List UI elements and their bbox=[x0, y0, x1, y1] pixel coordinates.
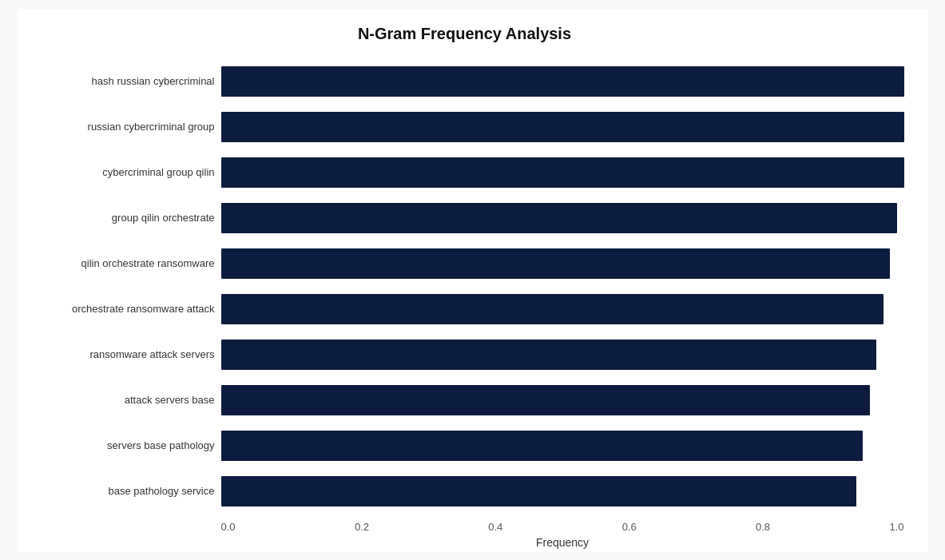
y-labels: hash russian cybercriminalrussian cyberc… bbox=[26, 59, 221, 514]
bar-row bbox=[221, 472, 904, 510]
y-label: servers base pathology bbox=[26, 439, 215, 452]
bar bbox=[221, 248, 891, 279]
bar bbox=[221, 157, 904, 188]
chart-container: N-Gram Frequency Analysis hash russian c… bbox=[18, 9, 928, 552]
bar-row bbox=[221, 290, 904, 328]
bar bbox=[221, 66, 904, 97]
bar-row bbox=[221, 244, 904, 283]
x-tick: 0.0 bbox=[221, 521, 236, 533]
bar bbox=[221, 476, 856, 506]
bars-section bbox=[221, 59, 904, 514]
x-tick: 0.4 bbox=[488, 521, 502, 533]
y-label: attack servers base bbox=[26, 394, 215, 407]
bar-row bbox=[221, 381, 904, 419]
y-label: base pathology service bbox=[26, 485, 215, 498]
x-tick: 0.8 bbox=[756, 521, 770, 533]
x-axis-label: Frequency bbox=[221, 536, 904, 549]
bar bbox=[221, 385, 870, 415]
bar-row bbox=[221, 199, 904, 237]
y-label: hash russian cybercriminal bbox=[26, 75, 215, 88]
y-label: qilin orchestrate ransomware bbox=[26, 257, 215, 270]
y-label: russian cybercriminal group bbox=[26, 121, 215, 133]
bar-row bbox=[221, 153, 904, 192]
bar bbox=[221, 431, 864, 461]
x-tick: 1.0 bbox=[889, 521, 903, 533]
bar bbox=[221, 340, 877, 370]
bar bbox=[221, 294, 883, 324]
bar-row bbox=[221, 427, 904, 465]
x-tick: 0.6 bbox=[622, 521, 637, 533]
y-label: group qilin orchestrate bbox=[26, 212, 215, 224]
chart-title: N-Gram Frequency Analysis bbox=[26, 25, 904, 43]
chart-area: hash russian cybercriminalrussian cyberc… bbox=[26, 59, 904, 514]
y-label: ransomware attack servers bbox=[26, 348, 215, 361]
y-label: cybercriminal group qilin bbox=[26, 166, 215, 179]
bar-row bbox=[221, 62, 904, 101]
bar bbox=[221, 203, 897, 233]
chart-bottom: 0.00.20.40.60.81.0 bbox=[221, 521, 904, 533]
x-tick: 0.2 bbox=[355, 521, 369, 533]
bar bbox=[221, 112, 904, 142]
x-ticks-row: 0.00.20.40.60.81.0 bbox=[221, 521, 904, 533]
y-label: orchestrate ransomware attack bbox=[26, 303, 215, 316]
bar-row bbox=[221, 108, 904, 146]
bar-row bbox=[221, 336, 904, 374]
